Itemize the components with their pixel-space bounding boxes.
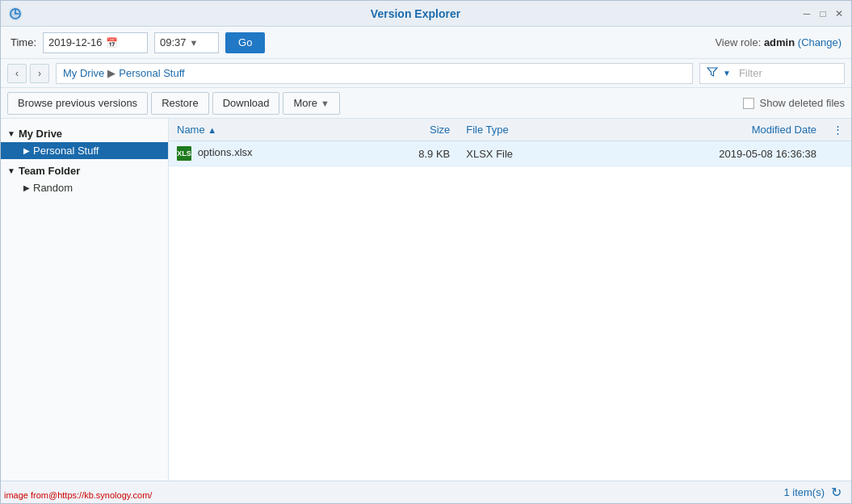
- time-value: 09:37: [160, 36, 187, 48]
- file-size-cell: 8.9 KB: [359, 141, 459, 166]
- role-prefix: View role:: [715, 36, 761, 48]
- column-header-file-type[interactable]: File Type: [458, 119, 589, 141]
- expand-arrow-personal-stuff: ▶: [23, 146, 30, 155]
- filter-input[interactable]: ▼ Filter: [699, 63, 845, 84]
- more-columns-icon: ⋮: [833, 124, 843, 136]
- minimize-button[interactable]: ─: [801, 8, 812, 19]
- file-modified-date-cell: 2019-05-08 16:36:38: [589, 141, 825, 166]
- xlsx-file-icon: XLS: [177, 146, 191, 161]
- sort-arrow-name: ▲: [208, 125, 216, 135]
- file-type-label: File Type: [466, 124, 509, 136]
- go-button[interactable]: Go: [225, 32, 265, 53]
- expand-arrow-team-folder: ▼: [7, 166, 15, 175]
- filter-dropdown-arrow: ▼: [723, 69, 731, 78]
- window-controls: ─ □ ✕: [801, 8, 845, 19]
- expand-arrow-random: ▶: [23, 183, 30, 192]
- column-header-name[interactable]: Name ▲: [169, 119, 359, 141]
- show-deleted-area: Show deleted files: [743, 97, 845, 109]
- time-select[interactable]: 09:37 ▼: [154, 32, 219, 53]
- column-header-modified-date[interactable]: Modified Date: [589, 119, 825, 141]
- sidebar-item-personal-stuff[interactable]: ▶ Personal Stuff: [1, 142, 168, 159]
- size-label: Size: [430, 124, 450, 136]
- sidebar: ▼ My Drive ▶ Personal Stuff ▼ Team Folde…: [1, 119, 169, 481]
- time-dropdown-arrow: ▼: [190, 38, 199, 48]
- breadcrumb-separator: ▶: [107, 67, 115, 79]
- timebar: Time: 2019-12-16 📅 09:37 ▼ Go View role:…: [1, 27, 851, 59]
- file-name-cell: XLS options.xlsx: [169, 141, 359, 166]
- window-title: Version Explorer: [30, 7, 801, 20]
- calendar-icon: 📅: [106, 37, 118, 48]
- my-drive-group: ▼ My Drive ▶ Personal Stuff: [1, 124, 168, 161]
- more-dropdown-arrow: ▼: [321, 99, 329, 108]
- download-button[interactable]: Download: [212, 92, 280, 115]
- my-drive-label: My Drive: [19, 128, 62, 140]
- breadcrumb-root: My Drive: [63, 67, 104, 79]
- main-content: ▼ My Drive ▶ Personal Stuff ▼ Team Folde…: [1, 119, 851, 481]
- role-name: admin: [764, 36, 795, 48]
- random-label: Random: [33, 182, 73, 194]
- file-name: options.xlsx: [198, 146, 253, 158]
- show-deleted-checkbox[interactable]: [743, 98, 754, 109]
- maximize-button[interactable]: □: [817, 8, 829, 19]
- item-count: 1 item(s): [783, 486, 825, 498]
- modified-date-label: Modified Date: [752, 124, 816, 136]
- restore-button[interactable]: Restore: [151, 92, 209, 115]
- expand-arrow-my-drive: ▼: [7, 129, 15, 138]
- file-row-more-cell: [825, 141, 851, 166]
- name-label: Name: [177, 124, 205, 136]
- breadcrumb[interactable]: My Drive ▶ Personal Stuff: [56, 63, 693, 84]
- change-role-button[interactable]: (Change): [798, 36, 842, 48]
- team-folder-group: ▼ Team Folder ▶ Random: [1, 161, 168, 198]
- pathbar: ‹ › My Drive ▶ Personal Stuff ▼ Filter: [1, 59, 851, 88]
- titlebar: Version Explorer ─ □ ✕: [1, 1, 851, 27]
- breadcrumb-child: Personal Stuff: [119, 67, 184, 79]
- personal-stuff-label: Personal Stuff: [33, 145, 99, 157]
- sidebar-item-my-drive[interactable]: ▼ My Drive: [1, 125, 168, 142]
- column-header-more[interactable]: ⋮: [825, 119, 851, 141]
- filter-icon: [707, 66, 718, 80]
- sidebar-item-team-folder[interactable]: ▼ Team Folder: [1, 162, 168, 179]
- file-type: XLSX File: [466, 148, 513, 160]
- back-button[interactable]: ‹: [7, 64, 27, 83]
- team-folder-label: Team Folder: [19, 165, 80, 177]
- role-info: View role: admin (Change): [715, 36, 842, 48]
- file-type-cell: XLSX File: [458, 141, 589, 166]
- file-list: Name ▲ Size File Type Modified Date: [169, 119, 851, 481]
- date-value: 2019-12-16: [48, 36, 103, 48]
- app-icon: [7, 6, 23, 22]
- toolbar: Browse previous versions Restore Downloa…: [1, 88, 851, 119]
- more-label: More: [293, 97, 317, 109]
- close-button[interactable]: ✕: [833, 8, 845, 19]
- file-table: Name ▲ Size File Type Modified Date: [169, 119, 851, 166]
- browse-previous-versions-button[interactable]: Browse previous versions: [7, 92, 148, 115]
- refresh-button[interactable]: ↻: [831, 485, 842, 500]
- forward-button[interactable]: ›: [30, 64, 49, 83]
- filter-placeholder: Filter: [739, 67, 762, 79]
- time-label: Time:: [10, 36, 36, 48]
- watermark: image from@https://kb.synology.com/: [4, 490, 152, 500]
- show-deleted-label: Show deleted files: [759, 97, 845, 109]
- table-header-row: Name ▲ Size File Type Modified Date: [169, 119, 851, 141]
- more-button[interactable]: More ▼: [283, 92, 340, 115]
- file-modified-date: 2019-05-08 16:36:38: [719, 148, 816, 160]
- table-row[interactable]: XLS options.xlsx 8.9 KB XLSX File 2019-0…: [169, 141, 851, 166]
- column-header-size[interactable]: Size: [359, 119, 459, 141]
- file-size: 8.9 KB: [418, 148, 450, 160]
- date-input[interactable]: 2019-12-16 📅: [43, 32, 148, 53]
- sidebar-item-random[interactable]: ▶ Random: [1, 179, 168, 196]
